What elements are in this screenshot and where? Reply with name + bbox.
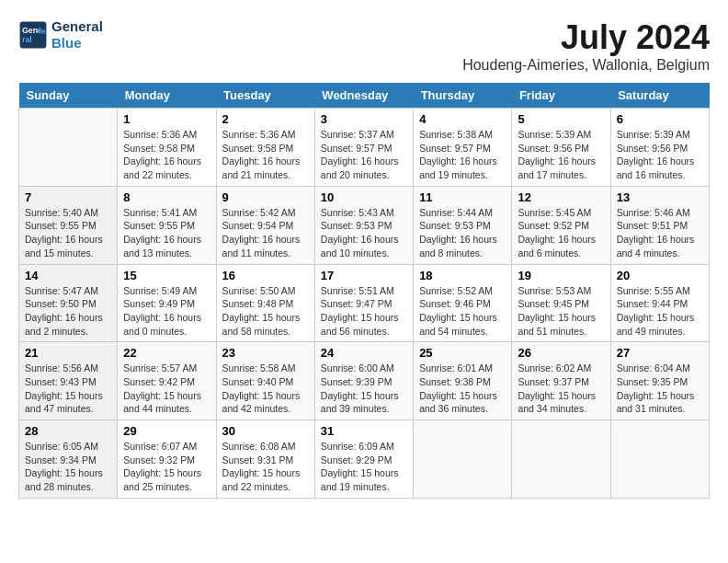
calendar-cell: 9Sunrise: 5:42 AM Sunset: 9:54 PM Daylig… xyxy=(216,186,314,264)
day-number: 20 xyxy=(617,269,703,282)
logo: Gene- ral General Blue xyxy=(18,18,103,52)
day-info: Sunrise: 5:53 AM Sunset: 9:45 PM Dayligh… xyxy=(518,284,604,339)
day-info: Sunrise: 5:47 AM Sunset: 9:50 PM Dayligh… xyxy=(25,284,111,339)
day-info: Sunrise: 5:56 AM Sunset: 9:43 PM Dayligh… xyxy=(25,362,111,416)
day-info: Sunrise: 5:58 AM Sunset: 9:40 PM Dayligh… xyxy=(222,362,309,416)
calendar-cell xyxy=(610,420,709,499)
day-of-week-header: Monday xyxy=(118,83,216,109)
calendar-cell xyxy=(512,420,610,499)
calendar-header-row: SundayMondayTuesdayWednesdayThursdayFrid… xyxy=(19,83,710,109)
day-info: Sunrise: 6:07 AM Sunset: 9:32 PM Dayligh… xyxy=(123,440,210,494)
day-number: 21 xyxy=(25,346,111,360)
calendar-cell: 31Sunrise: 6:09 AM Sunset: 9:29 PM Dayli… xyxy=(314,420,413,499)
calendar-cell: 18Sunrise: 5:52 AM Sunset: 9:46 PM Dayli… xyxy=(414,264,512,342)
calendar-cell: 12Sunrise: 5:45 AM Sunset: 9:52 PM Dayli… xyxy=(512,186,610,264)
title-block: July 2024 Houdeng-Aimeries, Wallonia, Be… xyxy=(462,18,710,74)
calendar-week-row: 28Sunrise: 6:05 AM Sunset: 9:34 PM Dayli… xyxy=(19,420,710,499)
day-number: 4 xyxy=(419,112,506,126)
calendar-cell: 6Sunrise: 5:39 AM Sunset: 9:56 PM Daylig… xyxy=(610,109,709,187)
calendar-week-row: 1Sunrise: 5:36 AM Sunset: 9:58 PM Daylig… xyxy=(19,109,710,187)
day-info: Sunrise: 5:44 AM Sunset: 9:53 PM Dayligh… xyxy=(419,206,506,260)
day-of-week-header: Tuesday xyxy=(216,83,314,109)
day-info: Sunrise: 6:08 AM Sunset: 9:31 PM Dayligh… xyxy=(222,440,309,494)
day-number: 10 xyxy=(321,190,407,204)
calendar-cell: 8Sunrise: 5:41 AM Sunset: 9:55 PM Daylig… xyxy=(118,186,216,264)
day-info: Sunrise: 5:38 AM Sunset: 9:57 PM Dayligh… xyxy=(419,128,506,182)
day-number: 18 xyxy=(419,269,506,282)
calendar-cell: 20Sunrise: 5:55 AM Sunset: 9:44 PM Dayli… xyxy=(610,264,709,342)
day-info: Sunrise: 5:36 AM Sunset: 9:58 PM Dayligh… xyxy=(123,128,210,182)
day-number: 17 xyxy=(321,269,407,282)
calendar-cell: 3Sunrise: 5:37 AM Sunset: 9:57 PM Daylig… xyxy=(314,109,413,187)
day-number: 29 xyxy=(123,424,210,438)
day-number: 12 xyxy=(518,190,604,204)
day-number: 23 xyxy=(222,346,309,360)
day-info: Sunrise: 5:39 AM Sunset: 9:56 PM Dayligh… xyxy=(617,128,703,182)
calendar-cell: 30Sunrise: 6:08 AM Sunset: 9:31 PM Dayli… xyxy=(216,420,314,499)
day-number: 8 xyxy=(123,190,210,204)
day-number: 1 xyxy=(123,112,210,126)
day-of-week-header: Thursday xyxy=(414,83,512,109)
day-of-week-header: Friday xyxy=(512,83,610,109)
day-number: 2 xyxy=(222,112,309,126)
day-number: 6 xyxy=(617,112,703,126)
day-info: Sunrise: 5:37 AM Sunset: 9:57 PM Dayligh… xyxy=(321,128,407,182)
calendar-cell: 23Sunrise: 5:58 AM Sunset: 9:40 PM Dayli… xyxy=(216,342,314,420)
day-number: 24 xyxy=(321,346,407,360)
day-info: Sunrise: 5:36 AM Sunset: 9:58 PM Dayligh… xyxy=(222,128,309,182)
calendar-cell: 26Sunrise: 6:02 AM Sunset: 9:37 PM Dayli… xyxy=(512,342,610,420)
calendar-cell: 4Sunrise: 5:38 AM Sunset: 9:57 PM Daylig… xyxy=(414,109,512,187)
calendar-cell xyxy=(19,109,118,187)
day-number: 14 xyxy=(25,269,111,282)
calendar-cell: 7Sunrise: 5:40 AM Sunset: 9:55 PM Daylig… xyxy=(19,186,118,264)
day-number: 30 xyxy=(222,424,309,438)
calendar-cell xyxy=(414,420,512,499)
day-number: 26 xyxy=(518,346,604,360)
day-number: 9 xyxy=(222,190,309,204)
calendar-cell: 19Sunrise: 5:53 AM Sunset: 9:45 PM Dayli… xyxy=(512,264,610,342)
calendar-cell: 16Sunrise: 5:50 AM Sunset: 9:48 PM Dayli… xyxy=(216,264,314,342)
day-info: Sunrise: 5:43 AM Sunset: 9:53 PM Dayligh… xyxy=(321,206,407,260)
day-number: 7 xyxy=(25,190,111,204)
calendar-cell: 17Sunrise: 5:51 AM Sunset: 9:47 PM Dayli… xyxy=(314,264,413,342)
calendar-cell: 10Sunrise: 5:43 AM Sunset: 9:53 PM Dayli… xyxy=(314,186,413,264)
day-of-week-header: Wednesday xyxy=(314,83,413,109)
calendar-cell: 14Sunrise: 5:47 AM Sunset: 9:50 PM Dayli… xyxy=(19,264,118,342)
calendar-cell: 29Sunrise: 6:07 AM Sunset: 9:32 PM Dayli… xyxy=(118,420,216,499)
day-number: 22 xyxy=(123,346,210,360)
logo-text-line2: Blue xyxy=(51,35,103,52)
calendar-cell: 11Sunrise: 5:44 AM Sunset: 9:53 PM Dayli… xyxy=(414,186,512,264)
calendar-cell: 27Sunrise: 6:04 AM Sunset: 9:35 PM Dayli… xyxy=(610,342,709,420)
day-info: Sunrise: 6:00 AM Sunset: 9:39 PM Dayligh… xyxy=(321,362,407,416)
page-header: Gene- ral General Blue July 2024 Houdeng… xyxy=(18,18,710,74)
day-info: Sunrise: 6:04 AM Sunset: 9:35 PM Dayligh… xyxy=(617,362,703,416)
day-info: Sunrise: 5:42 AM Sunset: 9:54 PM Dayligh… xyxy=(222,206,309,260)
day-info: Sunrise: 5:52 AM Sunset: 9:46 PM Dayligh… xyxy=(419,284,506,339)
day-number: 15 xyxy=(123,269,210,282)
day-number: 19 xyxy=(518,269,604,282)
calendar-title: July 2024 xyxy=(462,18,710,57)
day-info: Sunrise: 5:45 AM Sunset: 9:52 PM Dayligh… xyxy=(518,206,604,260)
logo-text-line1: General xyxy=(51,18,103,35)
day-info: Sunrise: 5:50 AM Sunset: 9:48 PM Dayligh… xyxy=(222,284,309,339)
day-info: Sunrise: 6:05 AM Sunset: 9:34 PM Dayligh… xyxy=(25,440,111,494)
day-info: Sunrise: 5:57 AM Sunset: 9:42 PM Dayligh… xyxy=(123,362,210,416)
calendar-week-row: 21Sunrise: 5:56 AM Sunset: 9:43 PM Dayli… xyxy=(19,342,710,420)
day-info: Sunrise: 5:55 AM Sunset: 9:44 PM Dayligh… xyxy=(617,284,703,339)
day-number: 3 xyxy=(321,112,407,126)
day-info: Sunrise: 6:09 AM Sunset: 9:29 PM Dayligh… xyxy=(321,440,407,494)
calendar-cell: 28Sunrise: 6:05 AM Sunset: 9:34 PM Dayli… xyxy=(19,420,118,499)
day-number: 16 xyxy=(222,269,309,282)
day-number: 31 xyxy=(321,424,407,438)
calendar-cell: 5Sunrise: 5:39 AM Sunset: 9:56 PM Daylig… xyxy=(512,109,610,187)
calendar-cell: 21Sunrise: 5:56 AM Sunset: 9:43 PM Dayli… xyxy=(19,342,118,420)
calendar-cell: 1Sunrise: 5:36 AM Sunset: 9:58 PM Daylig… xyxy=(118,109,216,187)
day-info: Sunrise: 6:01 AM Sunset: 9:38 PM Dayligh… xyxy=(419,362,506,416)
day-info: Sunrise: 5:51 AM Sunset: 9:47 PM Dayligh… xyxy=(321,284,407,339)
day-info: Sunrise: 5:39 AM Sunset: 9:56 PM Dayligh… xyxy=(518,128,604,182)
calendar-subtitle: Houdeng-Aimeries, Wallonia, Belgium xyxy=(462,57,710,74)
day-of-week-header: Sunday xyxy=(19,83,118,109)
day-number: 11 xyxy=(419,190,506,204)
calendar-week-row: 14Sunrise: 5:47 AM Sunset: 9:50 PM Dayli… xyxy=(19,264,710,342)
calendar-cell: 22Sunrise: 5:57 AM Sunset: 9:42 PM Dayli… xyxy=(118,342,216,420)
